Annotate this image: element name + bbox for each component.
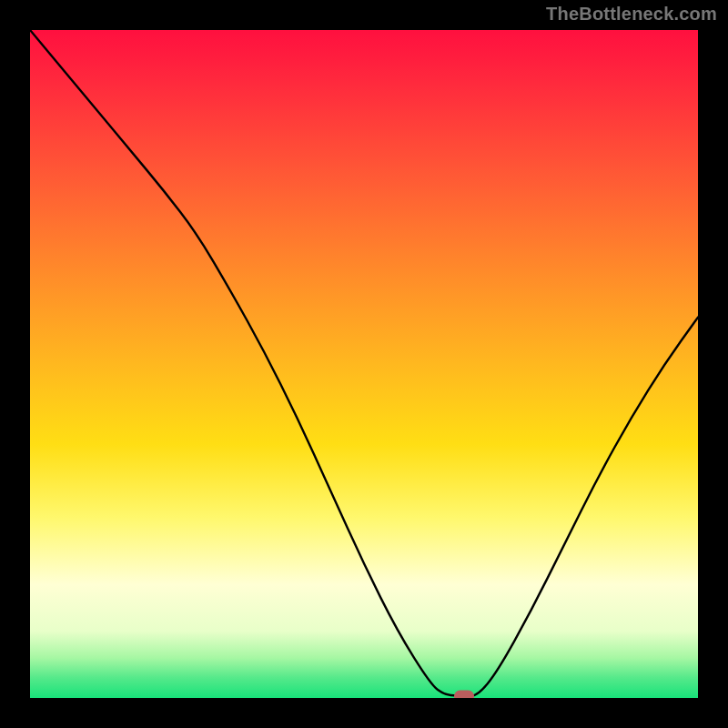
chart-frame: TheBottleneck.com <box>0 0 728 728</box>
optimal-marker <box>454 690 474 698</box>
watermark-text: TheBottleneck.com <box>546 4 717 25</box>
bottleneck-curve <box>30 30 698 698</box>
plot-area <box>30 30 698 698</box>
